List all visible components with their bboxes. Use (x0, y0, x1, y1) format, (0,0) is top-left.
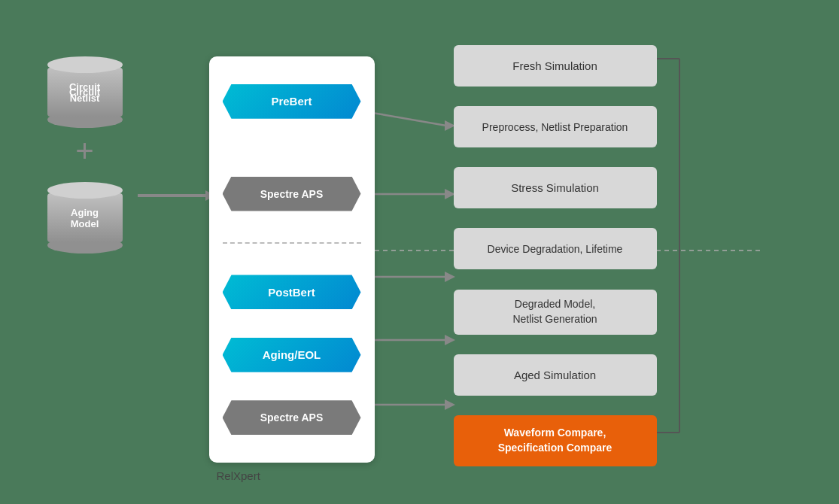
aging-model-cylinder: Aging Model (47, 182, 123, 254)
device-degradation-box: Device Degradation, Lifetime (454, 228, 657, 269)
diagram-container: Circuit Circuit Netlist + Aging Model Pr… (25, 15, 815, 489)
waveform-text: Waveform Compare,Specification Compare (498, 426, 613, 455)
degraded-model-text: Degraded Model,Netlist Generation (512, 297, 597, 326)
output-column: Fresh Simulation Preprocess, Netlist Pre… (454, 38, 657, 474)
panel-divider (223, 242, 361, 244)
left-inputs: Circuit Circuit Netlist + Aging Model (47, 56, 123, 254)
stress-simulation-box: Stress Simulation (454, 167, 657, 208)
aged-simulation-box: Aged Simulation (454, 354, 657, 396)
relxpert-panel: PreBert Spectre APS PostBert Aging/EOL S… (209, 56, 375, 463)
svg-line-3 (372, 113, 446, 126)
preprocess-box: Preprocess, Netlist Preparation (454, 106, 657, 147)
plus-sign: + (75, 135, 94, 167)
cyl-main-body: Circuit (47, 68, 123, 117)
aging-cyl-main (47, 193, 123, 242)
circuit-netlist-label: Circuit (69, 86, 100, 99)
aging-cyl-top (47, 182, 123, 199)
degraded-model-box: Degraded Model,Netlist Generation (454, 290, 657, 335)
connections-svg (25, 15, 815, 489)
waveform-compare-box: Waveform Compare,Specification Compare (454, 415, 657, 466)
postbert-button: PostBert (223, 275, 361, 309)
spectre-aps-1-button: Spectre APS (223, 177, 361, 211)
aging-eol-button: Aging/EOL (223, 338, 361, 372)
prebert-button: PreBert (223, 84, 361, 119)
spectre-aps-2-button: Spectre APS (223, 400, 361, 435)
circuit-netlist-cylinder: Circuit Circuit Netlist (47, 56, 123, 128)
fresh-simulation-box: Fresh Simulation (454, 45, 657, 87)
cyl-top-cap (47, 56, 123, 73)
relxpert-label: RelXpert (217, 469, 260, 482)
